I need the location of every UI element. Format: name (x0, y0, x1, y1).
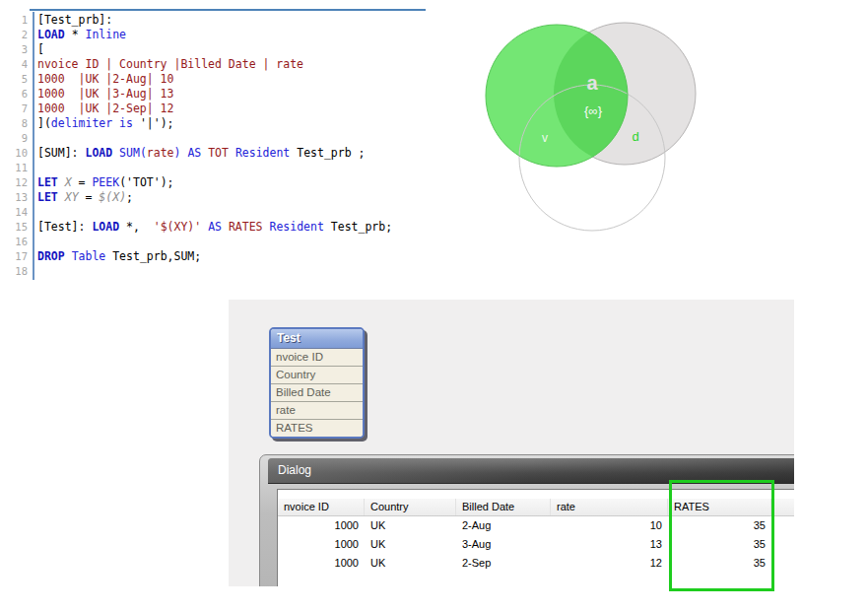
code-text[interactable]: LOAD * Inline (37, 28, 126, 42)
line-number: 2 (0, 28, 28, 42)
model-field[interactable]: Country (271, 367, 363, 384)
code-line: 11 (0, 161, 443, 175)
model-field[interactable]: Billed Date (271, 384, 363, 402)
code-segment: [Test_prb]: (37, 13, 112, 27)
line-number: 8 (0, 116, 28, 131)
code-segment (58, 190, 65, 204)
table-cell[interactable]: UK (365, 554, 456, 573)
column-header[interactable] (771, 499, 794, 515)
code-segment: [SUM]: (37, 146, 85, 160)
code-text[interactable]: [SUM]: LOAD SUM(rate) AS TOT Resident Te… (37, 146, 365, 161)
table-cell[interactable]: 2-Sep (456, 554, 551, 573)
table-cell[interactable]: 1000 (278, 554, 365, 573)
dialog-table-body: 1000UK2-Aug10351000UK3-Aug13351000UK2-Se… (278, 516, 794, 573)
code-segment (65, 249, 72, 263)
table-cell[interactable]: 35 (668, 516, 771, 535)
code-text[interactable]: DROP Table Test_prb,SUM; (37, 249, 201, 264)
code-segment: LOAD (37, 28, 65, 41)
code-segment: = (79, 190, 100, 204)
code-segment: LET (37, 175, 58, 189)
code-segment: X (65, 175, 72, 189)
code-segment: '|'); (133, 116, 174, 130)
table-cell[interactable]: 1000 (278, 535, 365, 554)
code-line: 4nvoice ID | Country |Billed Date | rate (0, 57, 443, 72)
code-text[interactable]: 1000 |UK |2-Sep| 12 (37, 102, 173, 116)
code-segment (222, 220, 229, 234)
code-text[interactable]: ](delimiter is '|'); (37, 116, 174, 131)
code-segment: *, (119, 220, 154, 234)
table-row: 1000UK3-Aug1335 (278, 535, 794, 554)
line-number: 15 (0, 220, 28, 235)
code-line: 51000 |UK |2-Aug| 10 (0, 72, 443, 87)
line-number: 11 (0, 161, 28, 175)
code-text[interactable]: 1000 |UK |2-Aug| 10 (37, 72, 173, 87)
line-number: 14 (0, 205, 28, 220)
line-number: 9 (0, 131, 28, 146)
code-segment: TOT (208, 146, 229, 160)
model-field-list: nvoice IDCountryBilled DaterateRATES (271, 348, 363, 438)
code-segment: 1000 |UK |3-Aug| 13 (37, 87, 173, 101)
code-text[interactable]: nvoice ID | Country |Billed Date | rate (37, 57, 303, 72)
code-line: 15[Test]: LOAD *, '$(XY)' AS RATES Resid… (0, 220, 443, 235)
code-segment: [ (37, 42, 44, 56)
code-segment: [Test]: (37, 220, 92, 234)
line-number: 3 (0, 42, 28, 57)
table-row: 1000UK2-Aug1035 (278, 516, 794, 535)
table-cell[interactable] (771, 516, 794, 535)
column-header[interactable]: rate (551, 499, 668, 515)
code-line: 14 (0, 205, 443, 220)
model-field[interactable]: nvoice ID (271, 349, 363, 367)
code-line: 3[ (0, 42, 443, 57)
code-line: 18 (0, 264, 443, 279)
dialog-table-header: nvoice IDCountryBilled DaterateRATES (278, 499, 794, 516)
code-line: 17DROP Table Test_prb,SUM; (0, 249, 443, 264)
code-line: 10[SUM]: LOAD SUM(rate) AS TOT Resident … (0, 146, 443, 161)
code-text[interactable]: [ (37, 42, 44, 57)
column-header[interactable]: nvoice ID (278, 499, 365, 515)
line-number: 10 (0, 146, 28, 161)
code-text[interactable]: LET XY = $(X); (37, 190, 133, 205)
line-number: 18 (0, 264, 28, 279)
code-segment: delimiter is (51, 116, 133, 130)
code-segment: RATES (229, 220, 263, 234)
script-editor[interactable]: 1[Test_prb]:2LOAD * Inline3[4nvoice ID |… (0, 0, 453, 296)
table-cell[interactable]: UK (365, 516, 456, 535)
code-text[interactable]: [Test]: LOAD *, '$(XY)' AS RATES Residen… (37, 220, 392, 235)
code-line: 1[Test_prb]: (0, 13, 443, 28)
code-lines: 1[Test_prb]:2LOAD * Inline3[4nvoice ID |… (0, 13, 443, 279)
code-segment: * (65, 28, 86, 41)
code-segment: ; (126, 190, 133, 204)
table-cell[interactable] (771, 535, 794, 554)
table-cell[interactable]: 13 (551, 535, 668, 554)
model-table-widget[interactable]: Test nvoice IDCountryBilled DaterateRATE… (269, 327, 365, 439)
model-field[interactable]: RATES (271, 420, 363, 437)
table-cell[interactable]: 1000 (278, 516, 365, 535)
line-number: 5 (0, 72, 28, 87)
code-segment: Resident (235, 146, 290, 160)
table-cell[interactable]: 2-Aug (456, 516, 551, 535)
table-cell[interactable]: 35 (668, 554, 771, 573)
code-text[interactable]: LET X = PEEK('TOT'); (37, 175, 174, 190)
column-header[interactable]: Country (365, 499, 456, 515)
code-segment: Inline (85, 28, 126, 41)
table-cell[interactable]: 35 (668, 535, 771, 554)
table-cell[interactable]: 3-Aug (456, 535, 551, 554)
line-number: 17 (0, 249, 28, 264)
column-header[interactable]: RATES (668, 499, 771, 515)
model-field[interactable]: rate (271, 402, 363, 420)
table-cell[interactable] (771, 554, 794, 573)
venn-label-infinity: {∞} (584, 103, 603, 118)
code-segment: 1000 |UK |2-Aug| 10 (37, 72, 173, 86)
code-text[interactable]: 1000 |UK |3-Aug| 13 (37, 87, 173, 102)
code-segment: rate (147, 146, 174, 160)
model-table-title[interactable]: Test (271, 329, 363, 348)
dialog-titlebar[interactable]: Dialog (268, 458, 794, 484)
code-text[interactable]: [Test_prb]: (37, 13, 112, 28)
table-cell[interactable]: UK (365, 535, 456, 554)
line-number: 12 (0, 175, 28, 190)
column-header[interactable]: Billed Date (456, 499, 551, 515)
code-line: 13LET XY = $(X); (0, 190, 443, 205)
table-cell[interactable]: 10 (551, 516, 668, 535)
table-row: 1000UK2-Sep1235 (278, 554, 794, 573)
table-cell[interactable]: 12 (551, 554, 668, 573)
